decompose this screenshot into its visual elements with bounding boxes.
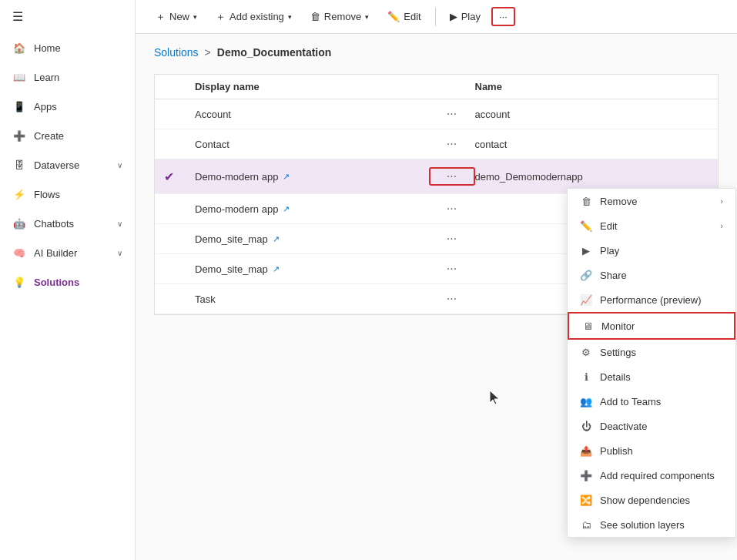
row-value-account: account [475,109,709,120]
menu-icon-publish: 📤 [580,444,592,457]
menu-item-play[interactable]: ▶ Play [568,238,735,263]
row-check-demo-modern-app: ✔ [164,169,195,184]
edit-button[interactable]: ✏️ Edit [380,7,428,26]
menu-item-show-dependencies[interactable]: 🔀 Show dependencies [568,488,735,512]
sidebar-item-chatbots[interactable]: 🤖 Chatbots ∨ [0,209,135,238]
row-display-name-demo-site-map-1: Demo_site_map [195,233,268,245]
menu-icon-add-to-teams: 👥 [580,395,592,407]
more-button[interactable]: ··· [491,7,515,26]
menu-icon-play: ▶ [580,244,592,257]
sidebar-item-home[interactable]: 🏠 Home [0,33,135,62]
row-dots-task[interactable]: ··· [429,292,475,306]
row-dots-demo-modern-app-2[interactable]: ··· [429,202,475,216]
sidebar-item-create[interactable]: ➕ Create [0,121,135,150]
menu-item-add-to-teams[interactable]: 👥 Add to Teams [568,389,735,414]
sidebar-item-solutions[interactable]: 💡 Solutions [0,267,135,297]
table-header: Display name Name [155,75,718,99]
sidebar-label-learn: Learn [34,72,122,83]
row-dots-account[interactable]: ··· [429,107,475,121]
table-row-contact[interactable]: Contact ··· contact [155,129,718,159]
menu-label-settings: Settings [600,347,636,358]
add-existing-button[interactable]: ＋ Add existing ▾ [208,6,300,28]
menu-item-add-required[interactable]: ➕ Add required components [568,463,735,488]
menu-item-share[interactable]: 🔗 Share [568,263,735,287]
menu-label-monitor: Monitor [601,320,635,332]
sidebar-label-ai-builder: AI Builder [34,247,109,259]
trash-icon: 🗑 [310,11,320,22]
cursor [490,391,502,406]
menu-icon-see-solution-layers: 🗂 [580,518,592,531]
plus-icon: ＋ [156,10,166,24]
menu-label-edit: Edit [600,220,617,232]
menu-item-remove[interactable]: 🗑 Remove › [568,189,735,213]
ai-builder-icon: 🧠 [12,246,26,260]
breadcrumb-parent[interactable]: Solutions [154,46,199,59]
toolbar: ＋ New ▾ ＋ Add existing ▾ 🗑 Remove ▾ ✏️ E… [136,0,737,34]
menu-icon-performance: 📈 [580,293,592,306]
ext-link-demo-site-map-1[interactable]: ↗ [273,234,280,244]
new-button[interactable]: ＋ New ▾ [148,6,205,28]
row-dots-contact[interactable]: ··· [429,137,475,151]
sidebar-item-dataverse[interactable]: 🗄 Dataverse ∨ [0,150,135,179]
sidebar-item-flows[interactable]: ⚡ Flows [0,179,135,209]
learn-icon: 📖 [12,70,26,84]
add-icon: ＋ [216,10,226,24]
sidebar-item-apps[interactable]: 📱 Apps [0,92,135,121]
ext-link-demo-modern-app-2[interactable]: ↗ [283,204,290,214]
breadcrumb-separator: > [205,46,211,59]
create-icon: ➕ [12,129,26,143]
menu-icon-deactivate: ⏻ [580,420,592,432]
edit-icon: ✏️ [387,11,400,22]
solutions-icon: 💡 [12,275,26,289]
remove-button[interactable]: 🗑 Remove ▾ [303,7,377,26]
row-name-demo-site-map-2: Demo_site_map ↗ [195,263,429,275]
menu-item-settings[interactable]: ⚙ Settings [568,340,735,364]
remove-chevron-icon: ▾ [365,13,369,21]
menu-item-deactivate[interactable]: ⏻ Deactivate [568,414,735,438]
menu-label-performance: Performance (preview) [600,294,702,306]
chatbots-icon: 🤖 [12,216,26,230]
breadcrumb: Solutions > Demo_Documentation [154,46,719,59]
row-display-name-contact: Contact [195,139,229,150]
menu-label-add-required: Add required components [600,470,715,481]
menu-item-publish[interactable]: 📤 Publish [568,438,735,463]
row-dots-demo-site-map-2[interactable]: ··· [429,262,475,276]
add-existing-chevron-icon: ▾ [288,13,292,21]
ext-link-demo-site-map-2[interactable]: ↗ [273,264,280,274]
header-display-name[interactable]: Display name [195,81,429,92]
menu-label-add-to-teams: Add to Teams [600,396,661,407]
toolbar-divider-1 [435,8,436,26]
menu-sub-chevron-edit: › [720,221,723,230]
sidebar-item-learn[interactable]: 📖 Learn [0,62,135,92]
menu-item-monitor[interactable]: 🖥 Monitor [568,312,735,340]
menu-label-publish: Publish [600,445,633,457]
header-dots-col [429,81,475,92]
table-row-account[interactable]: Account ··· account [155,99,718,129]
menu-icon-edit: ✏️ [580,220,592,232]
row-dots-demo-site-map-1[interactable]: ··· [429,232,475,246]
menu-item-performance[interactable]: 📈 Performance (preview) [568,287,735,312]
row-name-demo-modern-app: Demo-modern app ↗ [195,171,429,183]
new-label: New [169,11,189,22]
menu-label-play: Play [600,245,619,257]
menu-icon-settings: ⚙ [580,346,592,358]
play-button[interactable]: ▶ Play [442,7,488,26]
menu-label-details: Details [600,371,631,383]
ext-link-demo-modern-app[interactable]: ↗ [283,172,290,182]
more-label: ··· [499,11,508,22]
menu-item-details[interactable]: ℹ Details [568,364,735,389]
play-label: Play [461,11,481,22]
sidebar-label-chatbots: Chatbots [34,218,109,230]
header-checkbox-col [164,81,195,92]
sidebar-label-solutions: Solutions [34,277,122,288]
menu-icon-monitor: 🖥 [581,320,594,332]
dataverse-icon: 🗄 [12,158,26,172]
row-dots-demo-modern-app[interactable]: ··· [429,167,475,186]
remove-label: Remove [324,11,361,22]
breadcrumb-current: Demo_Documentation [217,46,332,59]
menu-item-see-solution-layers[interactable]: 🗂 See solution layers [568,512,735,537]
chevron-dataverse-icon: ∨ [117,161,122,169]
hamburger-menu[interactable]: ☰ [0,0,135,33]
sidebar-item-ai-builder[interactable]: 🧠 AI Builder ∨ [0,238,135,267]
menu-item-edit[interactable]: ✏️ Edit › [568,213,735,238]
